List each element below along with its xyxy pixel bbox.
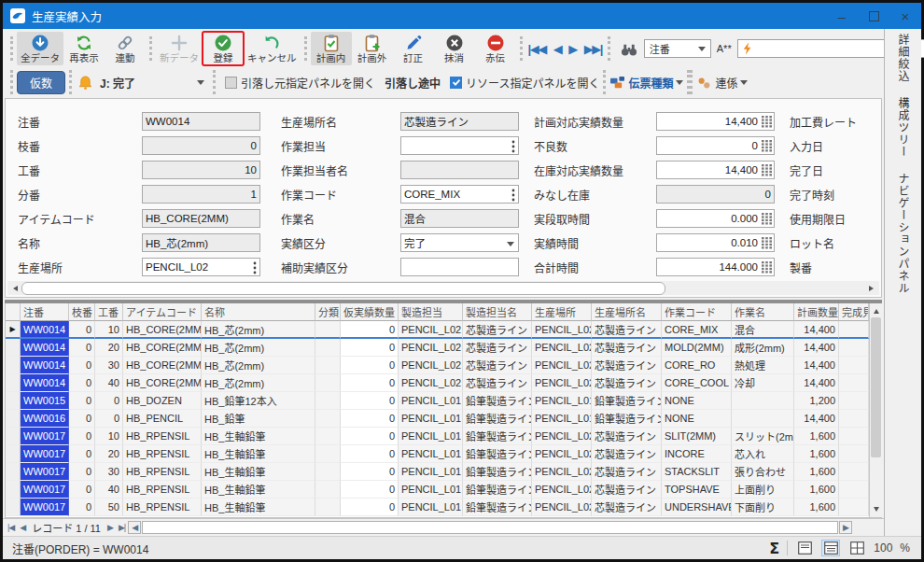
form-field[interactable]: 0 [656, 136, 775, 155]
toolbar-grip[interactable] [69, 70, 72, 94]
grid-cell[interactable]: 0 [341, 481, 399, 499]
grid-cell[interactable]: 芯製造ライン [592, 321, 662, 339]
form-field[interactable] [400, 136, 519, 155]
grid-cell[interactable]: TOPSHAVE [662, 481, 732, 499]
grid-cell[interactable]: WW0015 [21, 392, 69, 410]
grid-cell[interactable]: 20 [95, 445, 123, 463]
row-selector[interactable] [6, 374, 21, 392]
grid-cell[interactable]: 10 [95, 321, 123, 339]
form-field[interactable]: 0.000 [656, 209, 775, 228]
grid-cell[interactable]: 成形(2mm) [732, 339, 794, 357]
grid-cell[interactable]: 0 [341, 392, 399, 410]
form-field[interactable]: 144.000 [656, 258, 775, 276]
grid-horizontal-scrollbar[interactable] [142, 521, 838, 535]
grid-cell[interactable] [315, 445, 341, 463]
column-header[interactable]: 計画数量 [794, 303, 839, 321]
grid-cell[interactable]: HB_生軸鉛筆 [202, 445, 315, 463]
grid-cell[interactable]: HB_RPENSIL [123, 463, 202, 481]
record-next-button[interactable]: ▶ [105, 523, 116, 532]
grid-cell[interactable]: 鉛筆製造ライン [463, 463, 532, 481]
toolbar-grip[interactable] [10, 36, 13, 61]
grid-cell[interactable]: UNDERSHAVE [662, 499, 732, 516]
grid-cell[interactable]: 芯製造ライン [592, 481, 662, 499]
grid-cell[interactable]: HB_鉛筆12本入 [202, 392, 315, 410]
toolbar-grip[interactable] [690, 70, 693, 94]
cancel-button[interactable]: キャンセル [244, 32, 301, 65]
find-icon[interactable] [620, 41, 638, 57]
browse-ellipsis-icon[interactable] [511, 189, 515, 202]
grid-cell[interactable] [315, 428, 341, 445]
grid-cell[interactable] [839, 339, 869, 357]
grid-scroll-right-icon[interactable]: ▶ [839, 521, 852, 534]
record-first-button[interactable]: |◀ [5, 523, 17, 532]
grid-cell[interactable]: SLIT(2MM) [662, 428, 732, 445]
grid-cell[interactable] [315, 392, 341, 410]
grid-cell[interactable]: 14,400 [794, 357, 839, 374]
grid-cell[interactable]: WW0017 [21, 428, 69, 445]
grid-cell[interactable]: 張り合わせ [732, 463, 794, 481]
grid-cell[interactable]: 鉛筆製造ライン [463, 445, 532, 463]
scroll-up-icon[interactable] [870, 303, 882, 316]
grid-cell[interactable]: 鉛筆製造ライン [592, 392, 662, 410]
grid-scroll-left-icon[interactable]: ◀ [128, 521, 141, 534]
form-field[interactable] [400, 258, 519, 276]
grid-cell[interactable]: 0 [69, 428, 95, 445]
form-field[interactable]: 10 [142, 161, 260, 179]
grid-cell[interactable]: 冷却 [732, 374, 794, 392]
grid-cell[interactable]: HB_RPENSIL [123, 428, 202, 445]
grid-cell[interactable]: PENCIL_L02 [399, 374, 463, 392]
grid-cell[interactable]: WW0017 [21, 445, 69, 463]
grid-cell[interactable]: WW0017 [21, 481, 69, 499]
grid-cell[interactable]: PENCIL_L01 [532, 392, 592, 410]
grid-cell[interactable]: 混合 [732, 321, 794, 339]
grid-cell[interactable]: PENCIL_L02 [532, 481, 592, 499]
grid-cell[interactable] [839, 374, 869, 392]
grid-cell[interactable]: 鉛筆製造ライン [463, 428, 532, 445]
red-slip-button[interactable]: 赤伝 [475, 32, 516, 65]
grid-cell[interactable]: HB_生軸鉛筆 [202, 463, 315, 481]
grid-cell[interactable]: 下面削り [732, 499, 794, 516]
nav-next-button[interactable]: ▶ [568, 43, 577, 55]
form-select[interactable]: 完了 [400, 233, 519, 252]
form-field[interactable]: 0 [142, 136, 260, 155]
grid-cell[interactable]: PENCIL_L02 [532, 463, 592, 481]
row-selector[interactable] [6, 410, 21, 428]
grid-cell[interactable]: 芯製造ライン [592, 357, 662, 374]
grid-cell[interactable]: 14,400 [794, 339, 839, 357]
sigma-sum-icon[interactable]: Σ [769, 540, 779, 557]
grid-cell[interactable]: 芯製造ライン [592, 374, 662, 392]
grid-cell[interactable] [315, 374, 341, 392]
grid-cell[interactable]: NONE [662, 392, 732, 410]
grid-cell[interactable]: PENCIL_L02 [532, 374, 592, 392]
keypad-icon[interactable] [762, 237, 772, 249]
browse-ellipsis-icon[interactable] [511, 140, 515, 153]
all-data-button[interactable]: 全データ [17, 32, 63, 65]
column-header[interactable]: 分類 [315, 303, 341, 321]
toolbar-grip[interactable] [608, 36, 610, 61]
grid-cell[interactable]: 0 [69, 463, 95, 481]
column-header[interactable]: 完成見 [839, 303, 869, 321]
grid-cell[interactable]: 芯入れ [732, 445, 794, 463]
scroll-left-icon[interactable] [7, 281, 21, 295]
grid-cell[interactable]: NONE [662, 410, 732, 428]
column-header[interactable]: 生産場所名 [592, 303, 662, 321]
grid-cell[interactable] [839, 445, 869, 463]
grid-cell[interactable]: PENCIL_L01 [532, 410, 592, 428]
tab-structure-tree[interactable]: 構成ツリー [895, 97, 911, 158]
correct-button[interactable]: 訂正 [393, 32, 434, 65]
grid-cell[interactable] [839, 321, 869, 339]
form-field[interactable]: WW0014 [142, 112, 260, 131]
form-horizontal-scrollbar[interactable] [7, 281, 879, 295]
grid-cell[interactable]: HB_芯(2mm) [202, 321, 315, 339]
grid-cell[interactable]: 0 [341, 463, 399, 481]
column-header[interactable]: 注番 [21, 303, 69, 321]
keypad-icon[interactable] [762, 116, 772, 128]
grid-cell[interactable] [839, 410, 869, 428]
grid-cell[interactable]: PENCIL_L02 [399, 339, 463, 357]
minimize-button[interactable]: – [826, 3, 858, 29]
link-coordination-button[interactable]: 連係 [696, 75, 748, 91]
grid-cell[interactable] [839, 499, 869, 516]
grid-cell[interactable]: 14,400 [794, 321, 839, 339]
maximize-button[interactable] [858, 3, 889, 29]
grid-cell[interactable] [315, 410, 341, 428]
